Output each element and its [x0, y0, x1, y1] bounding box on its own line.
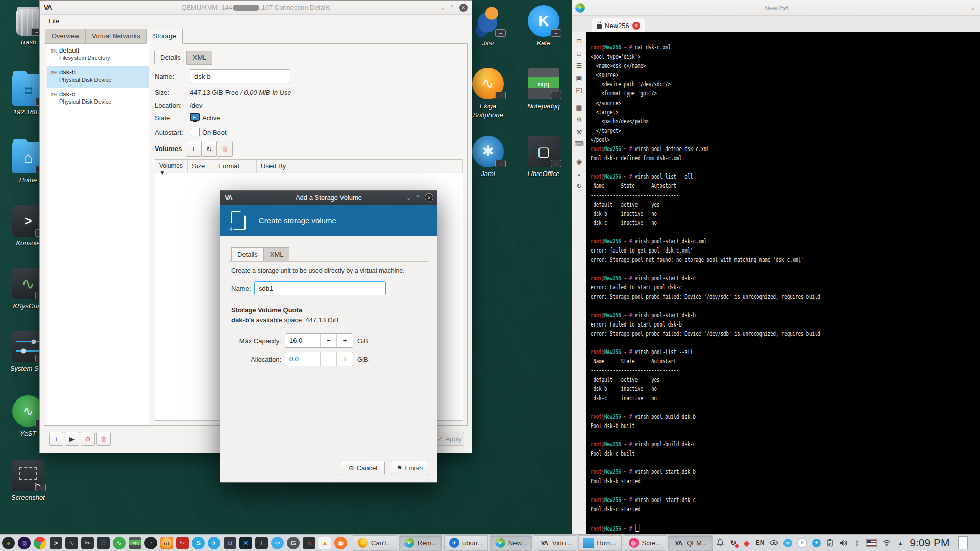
- taskbar-window-rem[interactable]: ✕Rem...: [399, 535, 442, 551]
- menu-icon[interactable]: ☰: [574, 59, 585, 71]
- tray-us-flag-icon[interactable]: [866, 538, 877, 547]
- taskbar-window-virtu[interactable]: VΛVirtu...: [534, 535, 576, 551]
- pool-row-dsk-b[interactable]: 0%dsk-bPhysical Disk Device: [47, 66, 149, 88]
- taskbar-window-cant[interactable]: Can't...: [353, 535, 397, 551]
- multi-monitor-icon[interactable]: ▤: [574, 101, 585, 113]
- tray-notifications-bell-icon[interactable]: [716, 538, 724, 547]
- allocation-spinbox[interactable]: 0.0 − +: [285, 352, 353, 366]
- stop-pool-button[interactable]: ⊖: [81, 432, 95, 446]
- close-icon[interactable]: ✕: [425, 193, 433, 202]
- increment-icon[interactable]: +: [336, 334, 353, 347]
- launcher-dark-diag-icon[interactable]: /: [255, 537, 268, 549]
- launcher-discord-icon[interactable]: ∪: [224, 537, 236, 549]
- chevron-down-icon[interactable]: ⌄: [970, 4, 975, 11]
- settings-gear-icon[interactable]: ⚙: [574, 113, 585, 126]
- launcher-konsole-icon[interactable]: >: [50, 537, 62, 549]
- menu-file[interactable]: File: [45, 16, 62, 26]
- maximize-icon[interactable]: ⌃: [415, 194, 421, 202]
- dialog-titlebar[interactable]: VΛ Add a Storage Volume ⌄ ⌃ ✕: [220, 191, 437, 205]
- tab-overview[interactable]: Overview: [45, 29, 85, 44]
- launcher-telegram-icon[interactable]: ✈: [208, 537, 220, 549]
- launcher-notepadqq-icon[interactable]: nqq: [129, 537, 141, 549]
- launcher-vlc-icon[interactable]: ▲: [318, 537, 331, 549]
- dialog-tab-xml[interactable]: XML: [264, 247, 290, 262]
- launcher-blender-icon[interactable]: ◉: [334, 537, 347, 549]
- tools-icon[interactable]: ⚒: [574, 126, 585, 138]
- launcher-media-ring-icon[interactable]: ◔: [144, 537, 157, 549]
- launcher-blue-x-icon[interactable]: ✕: [239, 537, 252, 549]
- tab-virtual-networks[interactable]: Virtual Networks: [85, 29, 146, 44]
- screenshot-camera-icon[interactable]: ◉: [574, 155, 585, 167]
- tray-clipboard-icon[interactable]: [826, 538, 834, 547]
- pool-name-input[interactable]: dsk-b: [190, 69, 290, 83]
- tray-wifi-icon[interactable]: [882, 538, 891, 547]
- reconnect-icon[interactable]: ↻: [574, 180, 585, 192]
- tray-remmina-tray-icon[interactable]: ✕: [797, 538, 807, 547]
- tray-keyboard-layout-icon[interactable]: EN: [756, 538, 765, 547]
- launcher-filezilla-icon[interactable]: Fz: [176, 537, 189, 549]
- tray-eye-icon[interactable]: [769, 538, 778, 547]
- pool-detail-tab-details[interactable]: Details: [154, 51, 187, 65]
- duplicate-icon[interactable]: ▣: [574, 71, 585, 84]
- start-pool-button[interactable]: ▶: [65, 432, 79, 446]
- tray-bluetooth-icon[interactable]: ᛒ: [853, 538, 861, 547]
- taskbar-window-scre[interactable]: ◍Scre...: [624, 535, 667, 551]
- add-pool-button[interactable]: +: [49, 432, 63, 446]
- volumes-header-format[interactable]: Format: [214, 160, 257, 173]
- desktop-icon-libreoffice[interactable]: ▢LibreOffice: [519, 136, 568, 179]
- fullscreen-icon[interactable]: □: [574, 47, 585, 59]
- taskbar-window-new[interactable]: ✕New...: [490, 535, 532, 551]
- autostart-checkbox[interactable]: [191, 128, 200, 136]
- tab-storage[interactable]: Storage: [146, 29, 183, 44]
- launcher-skype-icon[interactable]: S: [192, 537, 205, 549]
- launcher-tigervnc-icon[interactable]: ω: [160, 537, 173, 549]
- max-capacity-spinbox[interactable]: 16.0 − +: [285, 333, 353, 348]
- launcher-yast-icon[interactable]: ∿: [113, 537, 126, 549]
- tray-caret-up-icon[interactable]: ▲: [896, 538, 904, 547]
- add-volume-button[interactable]: +: [186, 141, 202, 157]
- cancel-button[interactable]: ⊘Cancel: [341, 461, 385, 475]
- volumes-header-used-by[interactable]: Used By: [257, 160, 463, 173]
- show-desktop-button[interactable]: [958, 536, 968, 549]
- tray-updates-available-icon[interactable]: ↻: [729, 538, 738, 547]
- terminal[interactable]: root@New256 ~ # cat dsk-c.xml<pool type=…: [586, 32, 980, 534]
- launcher-audacity-icon[interactable]: ∩: [303, 537, 315, 549]
- minimize-icon[interactable]: ⌄: [406, 194, 411, 202]
- clock[interactable]: 9:09 PM: [910, 537, 949, 549]
- grab-keyboard-icon[interactable]: ⌨: [574, 138, 585, 150]
- minimize-chevron-icon[interactable]: ⌄: [574, 167, 585, 180]
- increment-icon[interactable]: +: [336, 352, 353, 366]
- desktop-icon-notepadqq[interactable]: nqqNotepadqq: [519, 68, 568, 111]
- pool-detail-tab-xml[interactable]: XML: [187, 51, 213, 65]
- taskbar-window-hom[interactable]: Hom...: [578, 535, 621, 551]
- launcher-spectacle-icon[interactable]: ✂: [81, 537, 94, 549]
- tray-qbittorrent-tray-icon[interactable]: qb: [783, 538, 792, 547]
- taskbar-window-ubun[interactable]: ✈ubun...: [444, 535, 488, 551]
- refresh-volumes-button[interactable]: ↻: [201, 141, 217, 157]
- launcher-settings-sliders-icon[interactable]: ☰: [97, 537, 110, 549]
- volume-name-input[interactable]: sdb1: [254, 281, 386, 295]
- connection-tab[interactable]: New256 ✕: [592, 18, 645, 33]
- decrement-icon[interactable]: −: [320, 334, 336, 347]
- window-titlebar[interactable]: VΛ QEMU/KVM: 144.107 Connection Details …: [40, 1, 472, 15]
- tray-red-diamond-icon[interactable]: ◆: [743, 538, 751, 547]
- tray-volume-icon[interactable]: [839, 538, 848, 547]
- scale-icon[interactable]: ◱: [574, 84, 585, 96]
- close-tab-icon[interactable]: ✕: [632, 22, 640, 30]
- pool-row-default[interactable]: 0%defaultFilesystem Directory: [47, 44, 149, 66]
- launcher-gimp-icon[interactable]: G: [287, 537, 300, 549]
- volumes-header-volumes[interactable]: Volumes ▼: [155, 160, 188, 173]
- desktop-icon-kate[interactable]: KKate: [519, 5, 568, 48]
- launcher-ksysguard-icon[interactable]: ∿: [65, 537, 78, 549]
- volumes-header-size[interactable]: Size: [188, 160, 214, 173]
- delete-volume-button[interactable]: 🗑: [217, 141, 233, 157]
- remmina-titlebar[interactable]: ✕ New256 ⌄: [572, 0, 980, 16]
- apply-button[interactable]: ✓Apply: [435, 432, 464, 446]
- taskbar-window-qem[interactable]: VΛQEM...: [668, 535, 712, 551]
- finish-button[interactable]: ⚑Finish: [391, 461, 428, 475]
- decrement-icon[interactable]: −: [320, 352, 336, 366]
- desktop-icon-screenshot[interactable]: ✂Screenshot: [4, 460, 53, 503]
- launcher-tor-browser-icon[interactable]: ◎: [18, 537, 31, 549]
- launcher-chrome-icon[interactable]: ●: [34, 537, 46, 549]
- pool-row-dsk-c[interactable]: 0%dsk-cPhysical Disk Device: [47, 88, 149, 110]
